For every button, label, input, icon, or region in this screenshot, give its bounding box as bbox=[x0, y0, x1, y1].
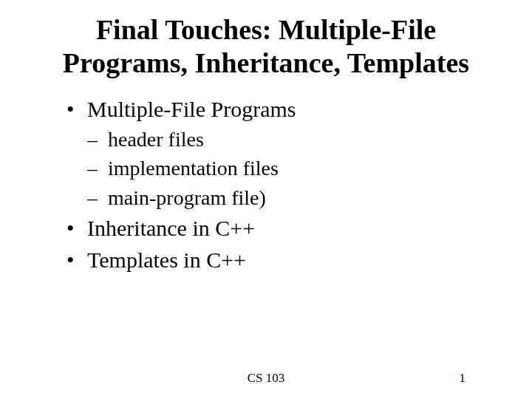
subbullet-main-program-file: main-program file) bbox=[87, 183, 495, 212]
slide-footer: CS 103 1 bbox=[0, 371, 532, 386]
bullet-multiple-file-programs: Multiple-File Programs bbox=[66, 93, 495, 126]
footer-page-number: 1 bbox=[460, 371, 466, 386]
subbullet-implementation-files: implementation files bbox=[87, 154, 495, 183]
subbullet-header-files: header files bbox=[87, 125, 495, 154]
footer-course-code: CS 103 bbox=[248, 371, 285, 386]
slide-title: Final Touches: Multiple-File Programs, I… bbox=[37, 13, 495, 80]
slide: Final Touches: Multiple-File Programs, I… bbox=[0, 0, 532, 399]
bullet-inheritance: Inheritance in C++ bbox=[66, 212, 495, 245]
slide-content: Multiple-File Programs header files impl… bbox=[37, 93, 495, 276]
bullet-templates: Templates in C++ bbox=[66, 244, 495, 276]
